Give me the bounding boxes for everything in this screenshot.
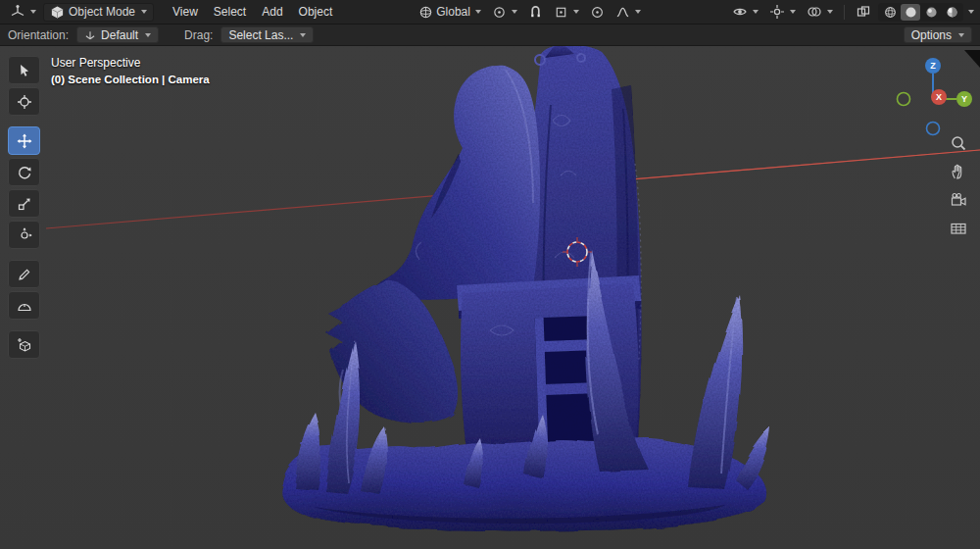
tool-cursor[interactable] [8, 87, 40, 116]
drag-value-label: Select Las... [228, 28, 293, 42]
chevron-down-icon [635, 10, 641, 14]
options-label: Options [911, 28, 952, 42]
active-collection-label: (0) Scene Collection | Camera [51, 72, 210, 88]
drag-label: Drag: [184, 28, 213, 42]
axis-z-label: Z [930, 61, 936, 71]
solid-sphere-icon [904, 5, 918, 20]
measure-icon [17, 298, 32, 314]
overlays-select[interactable] [803, 3, 837, 22]
gizmo-icon [769, 4, 785, 20]
camera-view-button[interactable] [948, 189, 969, 211]
transform-icon [17, 227, 32, 243]
orientation-select[interactable]: Global [415, 3, 485, 22]
axis-y-label: Y [961, 94, 967, 104]
mode-select[interactable]: Object Mode [43, 3, 154, 22]
menu-view[interactable]: View [165, 5, 206, 19]
menu-bar: View Select Add Object [165, 5, 340, 19]
snap-target-icon [554, 5, 568, 20]
chevron-down-icon [512, 10, 517, 14]
cursor-arrow-icon [17, 63, 32, 78]
tool-measure[interactable] [8, 291, 40, 320]
zoom-icon [950, 134, 967, 152]
magnet-icon [528, 5, 543, 20]
toggle-ortho-button[interactable] [948, 218, 969, 239]
pan-view-button[interactable] [948, 161, 969, 182]
snap-target-select[interactable] [550, 3, 583, 22]
xray-toggle[interactable] [852, 3, 875, 22]
axis-neg-y-handle[interactable] [898, 93, 910, 106]
3d-viewport[interactable]: User Perspective (0) Scene Collection | … [0, 46, 980, 549]
tool-tweak-select[interactable] [8, 56, 40, 84]
menu-add[interactable]: Add [254, 5, 290, 19]
visibility-eye-icon [732, 4, 748, 20]
viewport-nav-buttons [948, 132, 969, 239]
shading-wireframe-button[interactable] [880, 4, 900, 21]
chevron-down-icon [300, 33, 306, 37]
pan-hand-icon [950, 163, 967, 180]
axis-x-label: X [936, 92, 942, 102]
mode-cube-icon [50, 5, 65, 20]
ortho-grid-icon [950, 220, 967, 237]
chevron-down-icon [145, 33, 151, 37]
material-sphere-icon [924, 5, 939, 20]
x-axis-line-bright [608, 150, 980, 181]
mode-label: Object Mode [69, 5, 135, 19]
navigation-gizmo[interactable]: Z X Y [886, 54, 976, 138]
axis-neg-z-handle[interactable] [927, 123, 940, 135]
object-visibility-select[interactable] [728, 3, 762, 22]
pivot-select[interactable] [488, 3, 521, 22]
menu-select[interactable]: Select [206, 5, 254, 19]
axes-icon [84, 29, 96, 41]
shading-material-button[interactable] [921, 4, 941, 21]
chevron-down-icon [475, 10, 481, 14]
show-gizmo-select[interactable] [765, 3, 800, 22]
chevron-down-icon [753, 10, 759, 14]
chevron-down-icon [958, 33, 964, 37]
shading-dropdown-chevron[interactable] [968, 10, 974, 14]
rendered-sphere-icon [945, 5, 959, 20]
viewport-header: Object Mode View Select Add Object Globa… [0, 0, 980, 25]
orientation-globe-icon [418, 5, 433, 20]
wireframe-sphere-icon [883, 5, 898, 20]
divider [844, 5, 845, 20]
rotate-icon [17, 165, 32, 180]
falloff-select[interactable] [612, 3, 645, 22]
tool-rotate[interactable] [8, 158, 40, 186]
menu-object[interactable]: Object [291, 5, 341, 19]
options-button[interactable]: Options [904, 26, 972, 43]
zoom-view-button[interactable] [948, 132, 969, 154]
drag-select[interactable]: Select Las... [220, 26, 314, 43]
orientation-default-label: Default [101, 28, 138, 42]
viewport-info: User Perspective (0) Scene Collection | … [51, 55, 210, 88]
view-perspective-label: User Perspective [51, 55, 210, 72]
editor-type-button[interactable] [6, 3, 40, 22]
orientation-label: Global [436, 5, 470, 19]
annotate-pen-icon [17, 267, 32, 282]
scene-canvas[interactable] [0, 46, 980, 549]
tool-transform[interactable] [8, 221, 40, 249]
chevron-down-icon [790, 10, 796, 14]
proportional-editing-toggle[interactable] [586, 3, 609, 22]
chevron-down-icon [141, 10, 147, 14]
xray-icon [856, 4, 871, 20]
camera-icon [950, 191, 967, 209]
tool-add-cube[interactable] [8, 330, 40, 359]
shading-solid-button[interactable] [901, 4, 920, 21]
scale-icon [17, 196, 32, 212]
tool-settings-bar: Orientation: Default Drag: Select Las...… [0, 25, 980, 46]
statue-model[interactable] [280, 46, 770, 530]
snap-toggle-button[interactable] [524, 3, 547, 22]
move-icon [17, 133, 32, 149]
chevron-down-icon [30, 10, 36, 14]
tool-annotate[interactable] [8, 260, 40, 288]
falloff-icon [615, 5, 630, 20]
chevron-down-icon [573, 10, 579, 14]
shading-mode-group [878, 3, 963, 22]
editor-type-icon [10, 4, 25, 20]
tool-scale[interactable] [8, 189, 40, 218]
orientation-settings-label: Orientation: [8, 28, 69, 42]
pivot-icon [492, 5, 507, 20]
shading-rendered-button[interactable] [942, 4, 961, 21]
tool-move[interactable] [8, 126, 40, 155]
orientation-default-select[interactable]: Default [76, 26, 159, 43]
